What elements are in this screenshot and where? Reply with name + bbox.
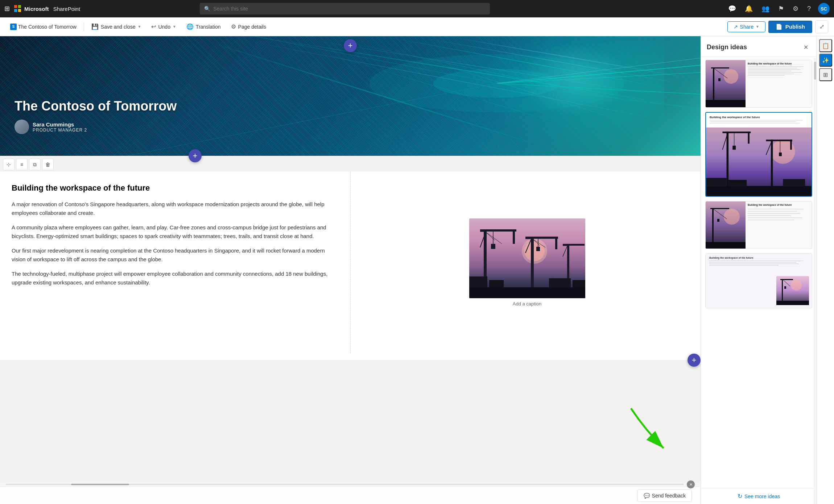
- design-idea-card-1[interactable]: Building the workspace of the future: [705, 60, 812, 108]
- page-toolbar: S The Contoso of Tomorrow 💾 Save and clo…: [0, 17, 834, 36]
- publish-button[interactable]: 📄 Publish: [768, 21, 812, 33]
- page-details-button[interactable]: ⚙ Page details: [227, 21, 271, 32]
- svg-rect-23: [480, 229, 516, 232]
- undo-button[interactable]: ↩ Undo ▼: [147, 21, 180, 32]
- translation-label: Translation: [196, 24, 221, 30]
- scrollbar-thumb[interactable]: [71, 484, 129, 485]
- scrollbar-track: [6, 484, 684, 485]
- question-icon[interactable]: ?: [806, 4, 812, 14]
- svg-rect-58: [727, 132, 729, 192]
- see-more-ideas-button[interactable]: ↻ See more ideas: [738, 493, 780, 500]
- svg-rect-31: [531, 237, 534, 295]
- design-panel-footer: ↻ See more ideas: [701, 488, 817, 504]
- svg-rect-71: [706, 178, 727, 186]
- design-idea-card-3[interactable]: Building the workspace of the future: [705, 201, 812, 249]
- content-image[interactable]: [469, 218, 585, 298]
- duplicate-tool[interactable]: ⧉: [29, 159, 41, 170]
- share-button[interactable]: ↗ Share ▼: [727, 21, 765, 32]
- save-close-button[interactable]: 💾 Save and close ▼: [87, 21, 146, 32]
- page-editor[interactable]: +: [0, 36, 701, 504]
- horizontal-scrollbar[interactable]: ✕: [0, 482, 701, 487]
- bottom-bar: 💬 Send feedback: [0, 487, 701, 504]
- see-more-label: See more ideas: [744, 493, 780, 499]
- publish-label: Publish: [785, 24, 805, 30]
- hero-section[interactable]: The Contoso of Tomorrow Sara Cummings PR…: [0, 36, 701, 156]
- translation-button[interactable]: 🌐 Translation: [182, 21, 225, 32]
- svg-point-50: [724, 69, 738, 84]
- content-right[interactable]: Add a caption: [350, 172, 701, 353]
- sidebar-design-icon[interactable]: ✨: [819, 54, 832, 67]
- add-section-bottom-button[interactable]: +: [688, 354, 701, 367]
- svg-rect-29: [491, 244, 495, 249]
- svg-rect-60: [748, 132, 749, 143]
- translation-icon: 🌐: [186, 23, 194, 30]
- toolbar-divider-1: [84, 22, 84, 31]
- svg-rect-46: [489, 280, 504, 287]
- share-chevron: ▼: [756, 25, 759, 29]
- content-grid: Building the workspace of the future A m…: [0, 172, 701, 353]
- design-panel-title: Design ideas: [707, 43, 747, 51]
- design-panel-header: Design ideas ✕: [701, 36, 817, 57]
- svg-rect-65: [766, 139, 792, 141]
- send-feedback-button[interactable]: 💬 Send feedback: [637, 490, 692, 502]
- hero-lines-svg: [0, 36, 701, 156]
- svg-rect-80: [706, 242, 746, 249]
- add-section-middle-button[interactable]: +: [189, 149, 202, 162]
- people-icon[interactable]: 👥: [760, 3, 771, 14]
- search-input[interactable]: [213, 6, 486, 12]
- brand-name: Microsoft: [24, 6, 49, 12]
- grid-icon[interactable]: ⊞: [4, 5, 10, 13]
- sidebar-web-parts-icon[interactable]: ⊞: [819, 68, 832, 81]
- toolbar-right: ↗ Share ▼ 📄 Publish ⤢: [727, 20, 828, 33]
- search-bar[interactable]: 🔍: [200, 3, 490, 14]
- undo-icon: ↩: [151, 23, 156, 30]
- idea-preview-1: Building the workspace of the future: [706, 60, 812, 107]
- design-panel-close-button[interactable]: ✕: [801, 42, 811, 52]
- svg-rect-62: [732, 146, 736, 150]
- hero-author: Sara Cummings PRODUCT MANAGER 2: [15, 120, 177, 134]
- svg-rect-76: [712, 208, 714, 246]
- panel-scroll-thumb: [814, 62, 816, 80]
- design-idea-card-2[interactable]: Building the workspace of the future: [705, 112, 812, 197]
- save-chevron: ▼: [138, 25, 141, 29]
- author-avatar: [15, 120, 29, 134]
- svg-rect-72: [728, 180, 747, 186]
- properties-tool[interactable]: ≡: [16, 159, 28, 170]
- sidebar-pages-icon[interactable]: 📋: [819, 39, 832, 52]
- microsoft-logo[interactable]: [14, 5, 21, 12]
- move-tool[interactable]: ⊹: [3, 159, 15, 170]
- help-icon[interactable]: 💬: [727, 3, 738, 14]
- svg-rect-32: [525, 237, 558, 239]
- svg-rect-68: [779, 153, 782, 156]
- content-left[interactable]: Building the workspace of the future A m…: [0, 172, 350, 353]
- delete-tool[interactable]: 🗑: [42, 159, 54, 170]
- panel-scrollbar[interactable]: [814, 58, 817, 504]
- author-info: Sara Cummings PRODUCT MANAGER 2: [33, 121, 87, 133]
- details-icon: ⚙: [231, 23, 236, 30]
- page-title-item[interactable]: S The Contoso of Tomorrow: [6, 21, 81, 32]
- collapse-button[interactable]: ⤢: [815, 20, 828, 33]
- svg-rect-87: [776, 301, 809, 305]
- feedback-icon[interactable]: 🔔: [743, 3, 754, 14]
- add-section-top-button[interactable]: +: [344, 39, 357, 52]
- app-name: SharePoint: [52, 6, 80, 12]
- settings-icon[interactable]: ⚙: [791, 3, 800, 14]
- idea-preview-3: Building the workspace of the future: [706, 201, 812, 249]
- svg-rect-48: [573, 280, 585, 287]
- design-ideas-panel: Design ideas ✕: [701, 36, 817, 504]
- flag-icon[interactable]: ⚑: [777, 3, 785, 14]
- svg-rect-45: [469, 276, 487, 287]
- design-ideas-list[interactable]: Building the workspace of the future: [701, 57, 817, 488]
- svg-rect-83: [782, 279, 783, 303]
- content-heading: Building the workspace of the future: [12, 183, 336, 193]
- send-feedback-label: Send feedback: [652, 493, 686, 499]
- svg-rect-54: [718, 78, 721, 81]
- design-idea-card-4[interactable]: Building the workspace of the future: [705, 253, 812, 308]
- content-para-4: The technology-fueled, multiphase projec…: [12, 270, 336, 287]
- svg-rect-33: [555, 237, 557, 249]
- scrollbar-close-button[interactable]: ✕: [687, 480, 695, 488]
- image-caption[interactable]: Add a caption: [513, 301, 542, 307]
- svg-rect-51: [713, 67, 714, 104]
- user-avatar[interactable]: SC: [818, 3, 830, 14]
- nav-actions: 💬 🔔 👥 ⚑ ⚙ ? SC: [727, 3, 830, 14]
